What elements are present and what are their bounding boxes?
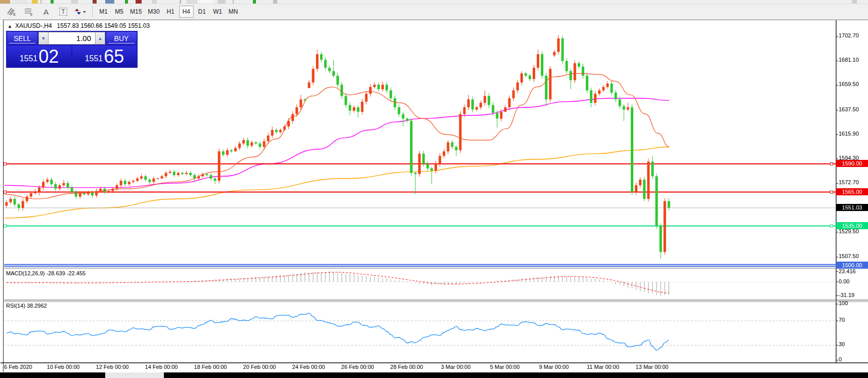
time-axis-label: 9 Mar 00:00 [539,364,569,370]
time-axis-label: 11 Mar 00:00 [587,364,619,370]
candle-body [349,105,351,111]
volume-decrease-button[interactable]: ▼ [38,32,49,45]
candle-body [308,82,310,88]
candle-body [299,99,302,107]
candle-body [451,142,453,147]
candle-body [422,154,425,164]
candle-body [578,63,580,67]
candle-body [30,193,32,197]
hline-drag-handle[interactable] [831,225,833,227]
candle-body [181,173,184,174]
candle-body [275,130,278,132]
candle-body [406,118,408,120]
candle-body [606,83,609,87]
candle-body [148,180,151,182]
candle-body [5,202,8,206]
candle-body [75,192,77,197]
candle-body [389,91,392,99]
candle-body [635,185,637,192]
candle-body [656,176,658,226]
candle-body [62,183,65,185]
macd-indicator-label: MACD(12,26,9) -28.639 -22.455 [6,270,85,276]
candle-body [46,180,49,182]
volume-increase-button[interactable]: ▲ [95,32,105,45]
candle-body [18,204,20,208]
candle-body [660,226,662,252]
status-bar-segment [105,372,164,378]
candle-body [144,176,147,180]
candle-body [639,180,641,185]
candle-body [177,173,180,175]
candle-body [590,91,592,103]
candle-body [455,147,457,150]
hline-drag-handle[interactable] [831,191,833,193]
candle-body [38,188,40,192]
collapse-triangle-icon[interactable]: ▲ [8,24,12,29]
price-axis-tick: 1529.50 [839,228,859,234]
price-badge: 1551.03 [836,204,868,211]
buy-price-small-digits: 1551 [85,51,103,66]
candle-body [615,93,617,99]
candle-body [54,184,57,189]
price-axis-tick: 1637.50 [839,106,859,112]
candle-body [533,68,535,79]
candle-body [484,96,486,103]
candle-body [537,54,539,68]
hline-drag-handle[interactable] [4,162,7,165]
candle-body [598,91,600,94]
candle-body [557,38,560,52]
rsi-axis-tick: 70 [839,317,845,323]
candle-body [50,180,53,184]
candle-body [185,173,188,174]
candle-body [230,150,233,151]
candle-body [475,107,478,109]
one-click-trading-panel: SELL ▼ 1.00 ▲ BUY 1551 02 1551 65 [6,31,138,68]
hline-drag-handle[interactable] [4,225,7,227]
chart-window[interactable]: ▲XAUUSD-,H4 1557.83 1560.66 1549.05 1551… [3,20,868,372]
sell-price-display[interactable]: 1551 02 [7,46,71,67]
hline-drag-handle[interactable] [4,191,7,193]
candle-body [214,179,216,181]
candle-body [553,52,555,56]
candle-body [238,144,241,148]
candle-body [42,182,45,187]
candle-body [328,68,331,71]
candle-body [83,193,85,194]
buy-price-display[interactable]: 1551 65 [72,46,137,67]
candle-body [385,85,388,90]
time-axis-label: 5 Mar 00:00 [490,364,520,370]
sell-button[interactable]: SELL [7,32,37,45]
buy-price-big-digits: 65 [104,47,124,66]
candle-body [602,87,604,91]
candle-body [426,164,429,169]
candle-body [623,106,625,110]
price-axis-tick: 1681.10 [839,57,859,63]
price-badge: 1535.00 [836,222,868,229]
candle-body [258,144,261,147]
candle-body [541,54,543,75]
candle-body [643,180,645,199]
candle-body [402,114,404,118]
candle-body [619,99,621,106]
volume-input[interactable]: 1.00 [49,32,95,45]
time-axis-label: 26 Feb 00:00 [341,364,374,370]
candle-body [357,107,359,112]
candle-body [398,107,400,114]
candle-body [545,76,547,100]
rsi-axis-tick: 30 [839,341,845,347]
candle-body [435,164,437,171]
candle-body [79,193,81,197]
candle-body [336,76,339,85]
candle-body [320,54,323,60]
macd-axis-tick: 23.416 [839,268,856,274]
candle-body [520,73,523,82]
candle-body [156,179,159,179]
buy-button[interactable]: BUY [106,32,137,45]
candle-body [512,91,515,99]
hline-drag-handle[interactable] [831,162,833,165]
time-axis-label: 20 Feb 00:00 [243,364,276,370]
candle-body [140,176,143,178]
candle-body [312,69,315,82]
candle-body [664,201,666,252]
candle-body [394,98,396,107]
